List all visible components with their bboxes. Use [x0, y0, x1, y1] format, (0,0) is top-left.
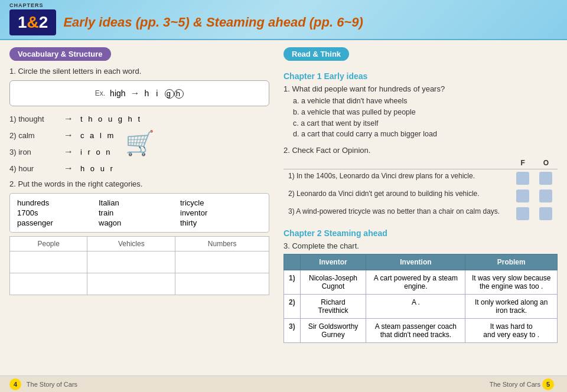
footer-left: 4 The Story of Cars — [9, 378, 77, 390]
left-column: Vocabulary & Structure 1. Circle the sil… — [9, 47, 269, 371]
option-d: d. a cart that could carry a much bigger… — [293, 129, 558, 140]
cart-illustration: 🛒 — [125, 129, 155, 157]
fo-f-col: F — [511, 157, 535, 169]
wb-hundreds: hundreds — [17, 198, 99, 207]
fo-statement-col — [284, 157, 511, 169]
num-col-header — [284, 254, 301, 270]
table-row — [10, 251, 269, 273]
table-row — [10, 273, 269, 295]
fo-f-box-1 — [511, 169, 535, 188]
fo-o-box-3 — [535, 205, 558, 223]
word-row-1: 1) thought → t h o u g h t — [9, 112, 269, 125]
word-1-spaced: t h o u g h t — [80, 115, 142, 123]
example-row: Ex. high → h i gh — [17, 86, 262, 101]
page-footer: 4 The Story of Cars The Story of Cars 5 — [0, 375, 567, 392]
page-num-left: 4 — [9, 378, 21, 390]
wb-wagon: wagon — [99, 218, 180, 227]
wb-1700s: 1700s — [17, 208, 99, 217]
problem-2: It only worked along an iron track. — [465, 295, 558, 319]
fo-statement-2: 2) Leonardo da Vinci didn't get around t… — [284, 187, 511, 205]
inventor-col-header: Inventor — [300, 254, 366, 270]
fo-f-box-2 — [511, 187, 535, 205]
row-num-2: 2) — [284, 295, 301, 319]
right-column: Read & Think Chapter 1 Early ideas 1. Wh… — [284, 47, 558, 371]
page-num-right: 5 — [542, 378, 554, 390]
read-think-badge: Read & Think — [284, 47, 349, 61]
fo-row-2: 2) Leonardo da Vinci didn't get around t… — [284, 187, 558, 205]
footer-right: The Story of Cars 5 — [490, 378, 558, 390]
people-cell-2 — [10, 273, 87, 295]
fo-row-1: 1) In the 1400s, Leonardo da Vinci drew … — [284, 169, 558, 188]
word-4-spaced: h o u r — [80, 164, 115, 173]
category-table: People Vehicles Numbers — [9, 236, 269, 295]
q1-text: 1. Circle the silent letters in each wor… — [9, 67, 269, 76]
invention-2: A . — [366, 295, 465, 319]
option-a: a. a vehicle that didn't have wheels — [293, 96, 558, 107]
chapter2-heading: Chapter 2 Steaming ahead — [284, 228, 558, 238]
chapter1-heading: Chapter 1 Early ideas — [284, 71, 558, 81]
invention-3: A steam passenger coach that didn't need… — [366, 319, 465, 343]
wb-passenger: passenger — [17, 218, 99, 227]
fact-opinion-table: F O 1) In the 1400s, Leonardo da Vinci d… — [284, 157, 558, 223]
arrow-3: → — [64, 146, 73, 157]
option-c: c. a cart that went by itself — [293, 118, 558, 129]
main-content: Vocabulary & Structure 1. Circle the sil… — [0, 40, 567, 375]
vocab-structure-badge: Vocabulary & Structure — [9, 47, 111, 61]
inventors-table: Inventor Invention Problem 1) Nicolas-Jo… — [284, 254, 558, 343]
circle-h: h — [174, 89, 184, 99]
inventor-row-3: 3) Sir Goldsworthy Gurney A steam passen… — [284, 319, 558, 343]
word-2-spaced: c a l m — [80, 131, 115, 140]
inventor-2: Richard Trevithick — [300, 295, 366, 319]
inventor-1: Nicolas-Joseph Cugnot — [300, 270, 366, 295]
fo-statement-3: 3) A wind-powered tricycle was no better… — [284, 205, 511, 223]
wb-inventor: inventor — [180, 208, 262, 217]
chapter-badge: 1&2 — [9, 9, 56, 35]
word-3-label: 3) iron — [9, 148, 57, 156]
people-cell-1 — [10, 251, 87, 273]
fo-f-box-3 — [511, 205, 535, 223]
example-spaced: h i gh — [145, 89, 184, 99]
chapter-num2: 2 — [39, 13, 48, 31]
arrow-1: → — [64, 113, 73, 124]
arrow-icon: → — [131, 88, 140, 99]
numbers-cell-1 — [175, 251, 269, 273]
word-3-spaced: i r o n — [80, 148, 112, 156]
word-rows: 1) thought → t h o u g h t 2) calm → c a… — [9, 112, 269, 175]
inventor-3: Sir Goldsworthy Gurney — [300, 319, 366, 343]
col-numbers: Numbers — [175, 237, 269, 251]
inventor-row-2: 2) Richard Trevithick A . It only worked… — [284, 295, 558, 319]
fo-o-box-2 — [535, 187, 558, 205]
categories-section: 2. Put the words in the right categories… — [9, 179, 269, 295]
page-header: CHAPTERS 1&2 Early ideas (pp. 3~5) & Ste… — [0, 0, 567, 40]
col-people: People — [10, 237, 87, 251]
right-q2-text: 2. Check Fact or Opinion. — [284, 146, 558, 155]
word-row-4: 4) hour → h o u r — [9, 162, 269, 175]
option-b: b. a vehicle that was pulled by people — [293, 107, 558, 118]
wb-thirty: thirty — [180, 218, 262, 227]
invention-col-header: Invention — [366, 254, 465, 270]
fo-o-col: O — [535, 157, 558, 169]
word-1-label: 1) thought — [9, 115, 57, 123]
vehicles-cell-1 — [87, 251, 175, 273]
word-row-3: 3) iron → i r o n 🛒 — [9, 145, 269, 158]
header-title: Early ideas (pp. 3~5) & Steaming ahead (… — [63, 15, 363, 30]
numbers-cell-2 — [175, 273, 269, 295]
arrow-2: → — [64, 130, 73, 141]
word-4-label: 4) hour — [9, 164, 57, 173]
fo-row-3: 3) A wind-powered tricycle was no better… — [284, 205, 558, 223]
q2-text: 2. Put the words in the right categories… — [9, 179, 269, 188]
invention-1: A cart powered by a steam engine. — [366, 270, 465, 295]
right-q1-text: 1. What did people want for hundreds of … — [284, 84, 558, 93]
example-word: high — [110, 89, 125, 98]
word-bank: hundreds Italian tricycle 1700s train in… — [9, 193, 269, 233]
circle-g: g — [165, 89, 174, 99]
chapter-num1: 1 — [18, 13, 27, 31]
problem-col-header: Problem — [465, 254, 558, 270]
arrow-4: → — [64, 163, 73, 174]
row-num-1: 1) — [284, 270, 301, 295]
col-vehicles: Vehicles — [87, 237, 175, 251]
vehicles-cell-2 — [87, 273, 175, 295]
answer-options: a. a vehicle that didn't have wheels b. … — [293, 96, 558, 140]
fo-statement-1: 1) In the 1400s, Leonardo da Vinci drew … — [284, 169, 511, 188]
word-2-label: 2) calm — [9, 131, 57, 140]
